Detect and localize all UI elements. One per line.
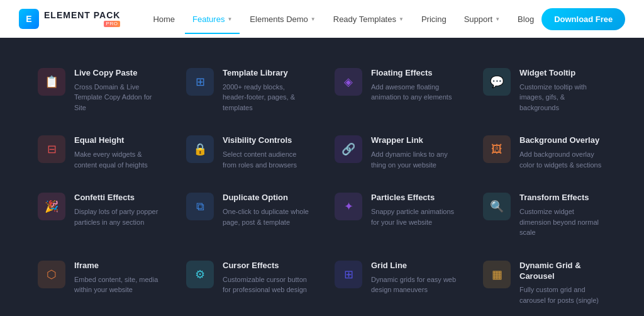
feature-item[interactable]: 📋 Live Copy Paste Cross Domain & Live Te… bbox=[25, 57, 174, 124]
logo-icon: E bbox=[19, 9, 39, 29]
feature-content: Background Overlay Add background overla… bbox=[519, 135, 606, 170]
main-content: 📋 Live Copy Paste Cross Domain & Live Te… bbox=[0, 38, 644, 316]
feature-desc: Add dynamic links to any thing on your w… bbox=[371, 149, 458, 170]
feature-item[interactable]: 🎉 Confetti Effects Display lots of party… bbox=[25, 181, 174, 249]
main-nav: Home Features ▼ Elements Demo ▼ Ready Te… bbox=[145, 9, 541, 29]
feature-icon: 🔗 bbox=[335, 135, 362, 163]
feature-content: Cursor Effects Customizable cursor butto… bbox=[223, 261, 309, 295]
nav-blog[interactable]: Blog bbox=[510, 9, 541, 29]
logo-name: ELEMENT PACK bbox=[44, 11, 120, 20]
nav-ready-templates[interactable]: Ready Templates ▼ bbox=[326, 9, 411, 29]
feature-item[interactable]: ▦ Dynamic Grid & Carousel Fully custom g… bbox=[470, 249, 619, 316]
feature-icon: 🖼 bbox=[483, 135, 511, 163]
feature-icon: 🎉 bbox=[38, 193, 65, 220]
feature-content: Transform Effects Customize widget dimen… bbox=[519, 193, 606, 237]
feature-desc: Add awesome floating animation to any el… bbox=[371, 82, 458, 103]
feature-icon: 💬 bbox=[483, 68, 511, 96]
feature-content: Iframe Embed content, site, media within… bbox=[74, 261, 161, 295]
feature-content: Floating Effects Add awesome floating an… bbox=[371, 68, 458, 103]
feature-icon: ⊞ bbox=[186, 68, 214, 96]
feature-desc: Fully custom grid and carousel for posts… bbox=[519, 285, 606, 305]
feature-item[interactable]: ⬡ Iframe Embed content, site, media with… bbox=[25, 249, 174, 316]
feature-content: Wrapper Link Add dynamic links to any th… bbox=[371, 135, 458, 170]
feature-title: Floating Effects bbox=[371, 68, 458, 79]
feature-item[interactable]: ⊞ Grid Line Dynamic grids for easy web d… bbox=[322, 249, 470, 316]
feature-title: Iframe bbox=[74, 261, 161, 271]
feature-desc: Display lots of party popper particles i… bbox=[74, 206, 161, 227]
feature-icon: 📋 bbox=[38, 68, 65, 96]
header: E ELEMENT PACK PRO Home Features ▼ Eleme… bbox=[0, 0, 644, 38]
feature-icon: ⧉ bbox=[186, 193, 214, 220]
feature-icon: ◈ bbox=[335, 68, 362, 96]
feature-icon: 🔒 bbox=[186, 135, 214, 163]
feature-item[interactable]: 🖼 Background Overlay Add background over… bbox=[470, 124, 619, 181]
feature-icon: 🔍 bbox=[483, 193, 511, 220]
feature-icon: ▦ bbox=[483, 261, 511, 288]
feature-content: Confetti Effects Display lots of party p… bbox=[74, 193, 161, 227]
feature-item[interactable]: ⊞ Template Library 2000+ ready blocks, h… bbox=[174, 57, 322, 124]
feature-icon: ✦ bbox=[335, 193, 362, 220]
feature-title: Wrapper Link bbox=[371, 135, 458, 146]
feature-title: Transform Effects bbox=[519, 193, 606, 203]
feature-content: Live Copy Paste Cross Domain & Live Temp… bbox=[74, 68, 161, 113]
feature-desc: Customizable cursor button for professio… bbox=[223, 274, 309, 295]
feature-content: Dynamic Grid & Carousel Fully custom gri… bbox=[519, 261, 606, 306]
chevron-down-icon: ▼ bbox=[227, 16, 232, 22]
feature-desc: Customize tooltip with images, gifs, & b… bbox=[519, 82, 606, 113]
chevron-down-icon: ▼ bbox=[311, 16, 316, 22]
feature-icon: ⊟ bbox=[38, 135, 65, 163]
feature-icon: ⬡ bbox=[38, 261, 65, 288]
feature-content: Grid Line Dynamic grids for easy web des… bbox=[371, 261, 458, 295]
feature-title: Particles Effects bbox=[371, 193, 458, 203]
feature-desc: Make every widgets & content equal of he… bbox=[74, 149, 161, 170]
feature-title: Dynamic Grid & Carousel bbox=[519, 261, 606, 282]
feature-item[interactable]: ✦ Particles Effects Snappy particle anim… bbox=[322, 181, 470, 249]
feature-desc: Customize widget dimension beyond normal… bbox=[519, 206, 606, 238]
feature-content: Visibility Controls Select content audie… bbox=[223, 135, 309, 170]
feature-title: Background Overlay bbox=[519, 135, 606, 146]
feature-item[interactable]: ◈ Floating Effects Add awesome floating … bbox=[322, 57, 470, 124]
feature-title: Template Library bbox=[223, 68, 309, 79]
nav-features[interactable]: Features ▼ bbox=[185, 9, 240, 29]
feature-title: Confetti Effects bbox=[74, 193, 161, 203]
feature-desc: Cross Domain & Live Template Copy Addon … bbox=[74, 82, 161, 113]
feature-item[interactable]: 🔗 Wrapper Link Add dynamic links to any … bbox=[322, 124, 470, 181]
feature-icon: ⚙ bbox=[186, 261, 214, 288]
logo[interactable]: E ELEMENT PACK PRO bbox=[19, 9, 120, 29]
feature-desc: One-click to duplicate whole page, post … bbox=[223, 206, 309, 227]
feature-item[interactable]: ⊟ Equal Height Make every widgets & cont… bbox=[25, 124, 174, 181]
features-grid: 📋 Live Copy Paste Cross Domain & Live Te… bbox=[25, 57, 619, 316]
feature-content: Particles Effects Snappy particle animat… bbox=[371, 193, 458, 227]
feature-item[interactable]: ⧉ Duplicate Option One-click to duplicat… bbox=[174, 181, 322, 249]
chevron-down-icon: ▼ bbox=[399, 16, 404, 22]
logo-pro-badge: PRO bbox=[104, 21, 121, 27]
nav-pricing[interactable]: Pricing bbox=[414, 9, 454, 29]
feature-item[interactable]: ⚙ Cursor Effects Customizable cursor but… bbox=[174, 249, 322, 316]
nav-support[interactable]: Support ▼ bbox=[457, 9, 508, 29]
feature-title: Equal Height bbox=[74, 135, 161, 146]
feature-title: Duplicate Option bbox=[223, 193, 309, 203]
feature-item[interactable]: 🔍 Transform Effects Customize widget dim… bbox=[470, 181, 619, 249]
feature-desc: Dynamic grids for easy web design maneuv… bbox=[371, 274, 458, 295]
feature-desc: Embed content, site, media within your w… bbox=[74, 274, 161, 295]
nav-home[interactable]: Home bbox=[145, 9, 182, 29]
feature-item[interactable]: 🔒 Visibility Controls Select content aud… bbox=[174, 124, 322, 181]
feature-title: Cursor Effects bbox=[223, 261, 309, 271]
feature-icon: ⊞ bbox=[335, 261, 362, 288]
feature-item[interactable]: 💬 Widget Tooltip Customize tooltip with … bbox=[470, 57, 619, 124]
feature-title: Live Copy Paste bbox=[74, 68, 161, 79]
feature-desc: Add background overlay color to widgets … bbox=[519, 149, 606, 170]
download-button[interactable]: Download Free bbox=[541, 8, 625, 30]
feature-desc: Snappy particle animations for your live… bbox=[371, 206, 458, 227]
feature-title: Grid Line bbox=[371, 261, 458, 271]
feature-desc: Select content audience from roles and b… bbox=[223, 149, 309, 170]
feature-content: Equal Height Make every widgets & conten… bbox=[74, 135, 161, 170]
feature-content: Template Library 2000+ ready blocks, hea… bbox=[223, 68, 309, 113]
logo-text: ELEMENT PACK PRO bbox=[44, 11, 120, 27]
feature-title: Visibility Controls bbox=[223, 135, 309, 146]
nav-elements-demo[interactable]: Elements Demo ▼ bbox=[242, 9, 323, 29]
feature-title: Widget Tooltip bbox=[519, 68, 606, 79]
chevron-down-icon: ▼ bbox=[495, 16, 500, 22]
feature-desc: 2000+ ready blocks, header-footer, pages… bbox=[223, 82, 309, 113]
feature-content: Widget Tooltip Customize tooltip with im… bbox=[519, 68, 606, 113]
